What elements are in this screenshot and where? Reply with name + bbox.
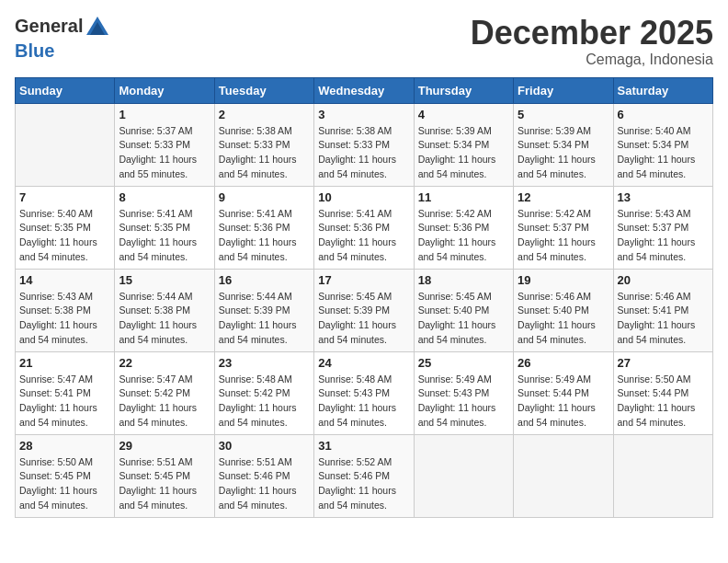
page-header: GeneralBlue December 2025 Cemaga, Indone…: [15, 15, 713, 68]
day-number: 18: [418, 273, 509, 287]
calendar-cell: 2Sunrise: 5:38 AMSunset: 5:33 PMDaylight…: [214, 103, 313, 186]
calendar-cell: 16Sunrise: 5:44 AMSunset: 5:39 PMDayligh…: [214, 269, 313, 351]
day-info: Sunrise: 5:50 AMSunset: 5:45 PMDaylight:…: [19, 455, 110, 513]
day-info: Sunrise: 5:38 AMSunset: 5:33 PMDaylight:…: [219, 124, 310, 182]
day-info: Sunrise: 5:51 AMSunset: 5:45 PMDaylight:…: [119, 455, 210, 513]
column-header-thursday: Thursday: [414, 77, 513, 103]
calendar-cell: 18Sunrise: 5:45 AMSunset: 5:40 PMDayligh…: [414, 269, 513, 351]
calendar-cell: 12Sunrise: 5:42 AMSunset: 5:37 PMDayligh…: [514, 186, 613, 269]
day-info: Sunrise: 5:51 AMSunset: 5:46 PMDaylight:…: [219, 455, 310, 513]
calendar-cell: 15Sunrise: 5:44 AMSunset: 5:38 PMDayligh…: [115, 269, 214, 351]
day-info: Sunrise: 5:39 AMSunset: 5:34 PMDaylight:…: [418, 124, 509, 182]
column-header-monday: Monday: [115, 77, 214, 103]
day-number: 24: [318, 356, 409, 370]
calendar-cell: 3Sunrise: 5:38 AMSunset: 5:33 PMDaylight…: [314, 103, 414, 186]
calendar-cell: 7Sunrise: 5:40 AMSunset: 5:35 PMDaylight…: [16, 186, 115, 269]
calendar-cell: 8Sunrise: 5:41 AMSunset: 5:35 PMDaylight…: [115, 186, 214, 269]
day-info: Sunrise: 5:48 AMSunset: 5:43 PMDaylight:…: [318, 373, 409, 431]
day-info: Sunrise: 5:41 AMSunset: 5:35 PMDaylight:…: [119, 207, 210, 265]
day-info: Sunrise: 5:38 AMSunset: 5:33 PMDaylight:…: [318, 124, 409, 182]
calendar-cell: 21Sunrise: 5:47 AMSunset: 5:41 PMDayligh…: [16, 351, 115, 434]
day-info: Sunrise: 5:44 AMSunset: 5:39 PMDaylight:…: [219, 290, 310, 348]
calendar-cell: 10Sunrise: 5:41 AMSunset: 5:36 PMDayligh…: [314, 186, 414, 269]
column-header-saturday: Saturday: [613, 77, 712, 103]
day-info: Sunrise: 5:37 AMSunset: 5:33 PMDaylight:…: [119, 124, 210, 182]
day-number: 2: [219, 108, 310, 121]
calendar-cell: 6Sunrise: 5:40 AMSunset: 5:34 PMDaylight…: [613, 103, 712, 186]
calendar-cell: 23Sunrise: 5:48 AMSunset: 5:42 PMDayligh…: [214, 351, 313, 434]
calendar-cell: 9Sunrise: 5:41 AMSunset: 5:36 PMDaylight…: [214, 186, 313, 269]
column-header-sunday: Sunday: [16, 77, 115, 103]
day-number: 30: [219, 439, 310, 453]
day-number: 20: [618, 273, 709, 287]
day-number: 6: [618, 108, 709, 121]
day-info: Sunrise: 5:42 AMSunset: 5:37 PMDaylight:…: [518, 207, 609, 265]
day-number: 9: [219, 190, 310, 204]
column-header-wednesday: Wednesday: [314, 77, 414, 103]
day-number: 22: [119, 356, 210, 370]
calendar-cell: 30Sunrise: 5:51 AMSunset: 5:46 PMDayligh…: [214, 434, 313, 517]
calendar-cell: 29Sunrise: 5:51 AMSunset: 5:45 PMDayligh…: [115, 434, 214, 517]
calendar-cell: [414, 434, 513, 517]
day-info: Sunrise: 5:39 AMSunset: 5:34 PMDaylight:…: [518, 124, 609, 182]
day-number: 28: [19, 439, 110, 453]
day-info: Sunrise: 5:49 AMSunset: 5:43 PMDaylight:…: [418, 373, 509, 431]
calendar-cell: 31Sunrise: 5:52 AMSunset: 5:46 PMDayligh…: [314, 434, 414, 517]
day-number: 21: [19, 356, 110, 370]
calendar-cell: 17Sunrise: 5:45 AMSunset: 5:39 PMDayligh…: [314, 269, 414, 351]
day-number: 26: [518, 356, 609, 370]
day-number: 3: [318, 108, 409, 121]
day-info: Sunrise: 5:40 AMSunset: 5:35 PMDaylight:…: [19, 207, 110, 265]
day-number: 11: [418, 190, 509, 204]
day-info: Sunrise: 5:45 AMSunset: 5:39 PMDaylight:…: [318, 290, 409, 348]
day-number: 19: [518, 273, 609, 287]
calendar-cell: [514, 434, 613, 517]
title-block: December 2025 Cemaga, Indonesia: [471, 15, 713, 68]
day-number: 4: [418, 108, 509, 121]
calendar-cell: 1Sunrise: 5:37 AMSunset: 5:33 PMDaylight…: [115, 103, 214, 186]
calendar-cell: [16, 103, 115, 186]
day-info: Sunrise: 5:41 AMSunset: 5:36 PMDaylight:…: [219, 207, 310, 265]
day-info: Sunrise: 5:41 AMSunset: 5:36 PMDaylight:…: [318, 207, 409, 265]
day-info: Sunrise: 5:50 AMSunset: 5:44 PMDaylight:…: [618, 373, 709, 431]
day-number: 12: [518, 190, 609, 204]
day-number: 8: [119, 190, 210, 204]
location: Cemaga, Indonesia: [471, 52, 713, 68]
day-info: Sunrise: 5:46 AMSunset: 5:41 PMDaylight:…: [618, 290, 709, 348]
day-info: Sunrise: 5:44 AMSunset: 5:38 PMDaylight:…: [119, 290, 210, 348]
day-info: Sunrise: 5:43 AMSunset: 5:38 PMDaylight:…: [19, 290, 110, 348]
day-number: 1: [119, 108, 210, 121]
calendar-cell: 14Sunrise: 5:43 AMSunset: 5:38 PMDayligh…: [16, 269, 115, 351]
day-number: 16: [219, 273, 310, 287]
day-info: Sunrise: 5:48 AMSunset: 5:42 PMDaylight:…: [219, 373, 310, 431]
day-number: 31: [318, 439, 409, 453]
day-number: 17: [318, 273, 409, 287]
day-info: Sunrise: 5:40 AMSunset: 5:34 PMDaylight:…: [618, 124, 709, 182]
calendar-cell: [613, 434, 712, 517]
calendar-cell: 26Sunrise: 5:49 AMSunset: 5:44 PMDayligh…: [514, 351, 613, 434]
day-number: 27: [618, 356, 709, 370]
day-info: Sunrise: 5:49 AMSunset: 5:44 PMDaylight:…: [518, 373, 609, 431]
calendar-cell: 27Sunrise: 5:50 AMSunset: 5:44 PMDayligh…: [613, 351, 712, 434]
day-info: Sunrise: 5:52 AMSunset: 5:46 PMDaylight:…: [318, 455, 409, 513]
calendar-cell: 13Sunrise: 5:43 AMSunset: 5:37 PMDayligh…: [613, 186, 712, 269]
day-number: 15: [119, 273, 210, 287]
calendar-cell: 11Sunrise: 5:42 AMSunset: 5:36 PMDayligh…: [414, 186, 513, 269]
day-info: Sunrise: 5:42 AMSunset: 5:36 PMDaylight:…: [418, 207, 509, 265]
day-info: Sunrise: 5:45 AMSunset: 5:40 PMDaylight:…: [418, 290, 509, 348]
column-header-tuesday: Tuesday: [214, 77, 313, 103]
calendar-cell: 28Sunrise: 5:50 AMSunset: 5:45 PMDayligh…: [16, 434, 115, 517]
calendar-cell: 4Sunrise: 5:39 AMSunset: 5:34 PMDaylight…: [414, 103, 513, 186]
day-number: 14: [19, 273, 110, 287]
day-number: 13: [618, 190, 709, 204]
day-number: 5: [518, 108, 609, 121]
calendar-cell: 24Sunrise: 5:48 AMSunset: 5:43 PMDayligh…: [314, 351, 414, 434]
day-number: 23: [219, 356, 310, 370]
calendar-cell: 5Sunrise: 5:39 AMSunset: 5:34 PMDaylight…: [514, 103, 613, 186]
day-number: 7: [19, 190, 110, 204]
logo: GeneralBlue: [15, 15, 110, 61]
day-info: Sunrise: 5:46 AMSunset: 5:40 PMDaylight:…: [518, 290, 609, 348]
logo-text: GeneralBlue: [15, 15, 110, 61]
day-info: Sunrise: 5:47 AMSunset: 5:42 PMDaylight:…: [119, 373, 210, 431]
calendar-cell: 19Sunrise: 5:46 AMSunset: 5:40 PMDayligh…: [514, 269, 613, 351]
